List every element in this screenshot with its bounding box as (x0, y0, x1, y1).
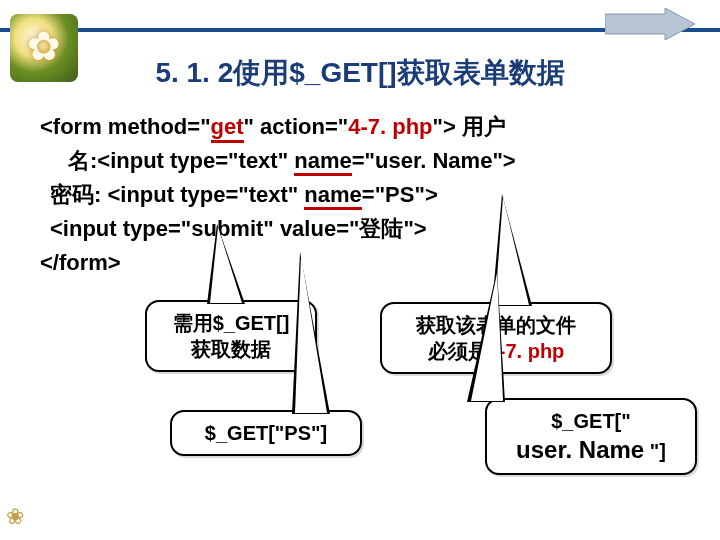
callout-text: $_GET[" (551, 410, 631, 432)
highlight-name: name (294, 148, 351, 176)
code-text: 密码: <input type="text" (50, 182, 304, 207)
code-line-2: 名:<input type="text" name="user. Name"> (40, 144, 680, 178)
code-line-4: <input type="submit" value="登陆"> (40, 212, 680, 246)
callout-text: 需用$_GET[] (161, 310, 301, 336)
code-text: ="PS"> (362, 182, 438, 207)
code-text: " action=" (244, 114, 349, 139)
highlight-action: 4-7. php (348, 114, 432, 139)
code-text: "> 用户 (433, 114, 506, 139)
callout-text: user. Name (516, 436, 644, 463)
slide-title: 5. 1. 2使用$_GET[]获取表单数据 (0, 54, 720, 92)
flower-corner-icon: ❀ (6, 504, 36, 534)
code-line-5: </form> (40, 246, 680, 280)
code-text: 名:<input type="text" (68, 148, 294, 173)
svg-marker-0 (605, 8, 695, 40)
code-text: <form method=" (40, 114, 211, 139)
arrow-decoration (605, 8, 695, 40)
highlight-get: get (211, 114, 244, 143)
code-text: ="user. Name"> (352, 148, 516, 173)
highlight-name: name (304, 182, 361, 210)
callout-ps-note: $_GET["PS"] (170, 410, 362, 456)
code-block: <form method="get" action="4-7. php"> 用户… (40, 110, 680, 280)
callout-text: 获取数据 (161, 336, 301, 362)
code-line-1: <form method="get" action="4-7. php"> 用户 (40, 110, 680, 144)
callout-username-note: $_GET[" user. Name "] (485, 398, 697, 475)
code-line-3: 密码: <input type="text" name="PS"> (40, 178, 680, 212)
callout-text: "] (644, 440, 666, 462)
callout-text: $_GET["PS"] (205, 422, 327, 444)
